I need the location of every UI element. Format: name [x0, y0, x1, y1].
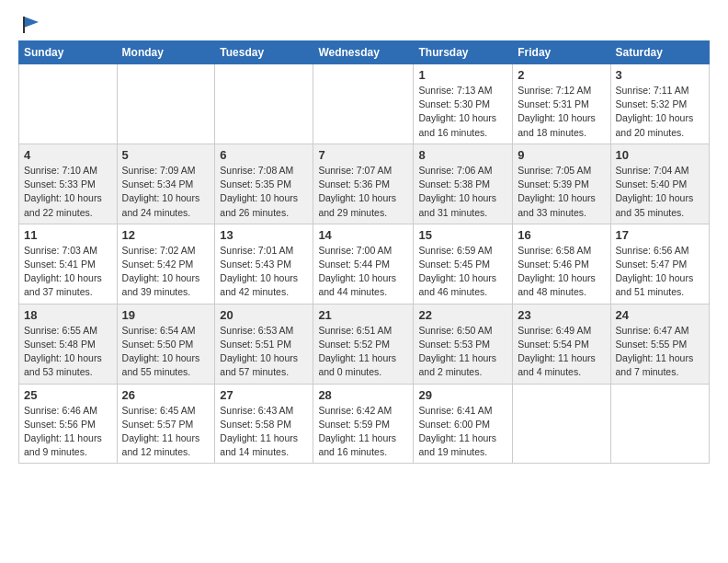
- day-number: 13: [220, 228, 308, 242]
- weekday-header-friday: Friday: [513, 41, 610, 64]
- day-info: Sunrise: 6:55 AM Sunset: 5:48 PM Dayligh…: [24, 324, 112, 380]
- calendar-cell: 26Sunrise: 6:45 AM Sunset: 5:57 PM Dayli…: [117, 384, 215, 464]
- day-number: 12: [122, 228, 210, 242]
- day-info: Sunrise: 6:53 AM Sunset: 5:51 PM Dayligh…: [220, 324, 308, 380]
- calendar-header: SundayMondayTuesdayWednesdayThursdayFrid…: [19, 41, 710, 64]
- day-number: 21: [318, 308, 408, 322]
- calendar-cell: 20Sunrise: 6:53 AM Sunset: 5:51 PM Dayli…: [215, 304, 313, 384]
- calendar-cell: 21Sunrise: 6:51 AM Sunset: 5:52 PM Dayli…: [313, 304, 414, 384]
- day-number: 25: [24, 388, 112, 402]
- calendar-cell: 22Sunrise: 6:50 AM Sunset: 5:53 PM Dayli…: [414, 304, 513, 384]
- calendar-cell: 11Sunrise: 7:03 AM Sunset: 5:41 PM Dayli…: [19, 224, 118, 304]
- day-number: 29: [418, 388, 507, 402]
- day-number: 3: [616, 68, 705, 82]
- day-info: Sunrise: 7:12 AM Sunset: 5:31 PM Dayligh…: [518, 84, 605, 140]
- day-info: Sunrise: 7:10 AM Sunset: 5:33 PM Dayligh…: [24, 164, 112, 220]
- svg-rect-1: [23, 17, 25, 33]
- weekday-header-sunday: Sunday: [19, 41, 118, 64]
- day-info: Sunrise: 6:49 AM Sunset: 5:54 PM Dayligh…: [518, 324, 605, 380]
- week-row-2: 4Sunrise: 7:10 AM Sunset: 5:33 PM Daylig…: [19, 144, 710, 224]
- day-info: Sunrise: 7:01 AM Sunset: 5:43 PM Dayligh…: [220, 244, 308, 300]
- day-number: 19: [122, 308, 210, 322]
- weekday-header-wednesday: Wednesday: [313, 41, 414, 64]
- day-info: Sunrise: 7:04 AM Sunset: 5:40 PM Dayligh…: [616, 164, 705, 220]
- calendar-cell: 27Sunrise: 6:43 AM Sunset: 5:58 PM Dayli…: [215, 384, 313, 464]
- calendar-table: SundayMondayTuesdayWednesdayThursdayFrid…: [18, 40, 710, 464]
- calendar-cell: 25Sunrise: 6:46 AM Sunset: 5:56 PM Dayli…: [19, 384, 118, 464]
- calendar-cell: 3Sunrise: 7:11 AM Sunset: 5:32 PM Daylig…: [610, 64, 710, 144]
- calendar-cell: 19Sunrise: 6:54 AM Sunset: 5:50 PM Dayli…: [117, 304, 215, 384]
- calendar-cell: 12Sunrise: 7:02 AM Sunset: 5:42 PM Dayli…: [117, 224, 215, 304]
- calendar-cell: 13Sunrise: 7:01 AM Sunset: 5:43 PM Dayli…: [215, 224, 313, 304]
- day-info: Sunrise: 7:13 AM Sunset: 5:30 PM Dayligh…: [418, 84, 507, 140]
- day-number: 17: [616, 228, 705, 242]
- day-info: Sunrise: 6:50 AM Sunset: 5:53 PM Dayligh…: [418, 324, 507, 380]
- day-number: 22: [418, 308, 507, 322]
- day-info: Sunrise: 7:11 AM Sunset: 5:32 PM Dayligh…: [616, 84, 705, 140]
- day-info: Sunrise: 6:45 AM Sunset: 5:57 PM Dayligh…: [122, 404, 210, 460]
- day-info: Sunrise: 7:00 AM Sunset: 5:44 PM Dayligh…: [318, 244, 408, 300]
- calendar-cell: 7Sunrise: 7:07 AM Sunset: 5:36 PM Daylig…: [313, 144, 414, 224]
- page-container: SundayMondayTuesdayWednesdayThursdayFrid…: [0, 0, 728, 473]
- day-info: Sunrise: 6:47 AM Sunset: 5:55 PM Dayligh…: [616, 324, 705, 380]
- day-number: 27: [220, 388, 308, 402]
- logo: [18, 15, 40, 35]
- calendar-cell: 10Sunrise: 7:04 AM Sunset: 5:40 PM Dayli…: [610, 144, 710, 224]
- day-info: Sunrise: 7:06 AM Sunset: 5:38 PM Dayligh…: [418, 164, 507, 220]
- calendar-cell: 24Sunrise: 6:47 AM Sunset: 5:55 PM Dayli…: [610, 304, 710, 384]
- day-info: Sunrise: 7:02 AM Sunset: 5:42 PM Dayligh…: [122, 244, 210, 300]
- calendar-cell: [215, 64, 313, 144]
- calendar-cell: 9Sunrise: 7:05 AM Sunset: 5:39 PM Daylig…: [513, 144, 610, 224]
- calendar-cell: 8Sunrise: 7:06 AM Sunset: 5:38 PM Daylig…: [414, 144, 513, 224]
- day-info: Sunrise: 6:59 AM Sunset: 5:45 PM Dayligh…: [418, 244, 507, 300]
- weekday-header-row: SundayMondayTuesdayWednesdayThursdayFrid…: [19, 41, 710, 64]
- day-number: 11: [24, 228, 112, 242]
- svg-marker-0: [24, 17, 39, 28]
- day-number: 7: [318, 148, 408, 162]
- day-info: Sunrise: 6:43 AM Sunset: 5:58 PM Dayligh…: [220, 404, 308, 460]
- logo-flag-icon: [20, 15, 40, 35]
- calendar-cell: 14Sunrise: 7:00 AM Sunset: 5:44 PM Dayli…: [313, 224, 414, 304]
- calendar-body: 1Sunrise: 7:13 AM Sunset: 5:30 PM Daylig…: [19, 64, 710, 464]
- calendar-cell: [313, 64, 414, 144]
- calendar-cell: 18Sunrise: 6:55 AM Sunset: 5:48 PM Dayli…: [19, 304, 118, 384]
- day-number: 8: [418, 148, 507, 162]
- calendar-cell: [19, 64, 118, 144]
- day-info: Sunrise: 6:54 AM Sunset: 5:50 PM Dayligh…: [122, 324, 210, 380]
- day-info: Sunrise: 7:08 AM Sunset: 5:35 PM Dayligh…: [220, 164, 308, 220]
- header: [18, 15, 710, 35]
- weekday-header-saturday: Saturday: [610, 41, 710, 64]
- day-number: 24: [616, 308, 705, 322]
- day-info: Sunrise: 6:56 AM Sunset: 5:47 PM Dayligh…: [616, 244, 705, 300]
- calendar-cell: 2Sunrise: 7:12 AM Sunset: 5:31 PM Daylig…: [513, 64, 610, 144]
- day-number: 5: [122, 148, 210, 162]
- calendar-cell: 29Sunrise: 6:41 AM Sunset: 6:00 PM Dayli…: [414, 384, 513, 464]
- week-row-1: 1Sunrise: 7:13 AM Sunset: 5:30 PM Daylig…: [19, 64, 710, 144]
- day-number: 28: [318, 388, 408, 402]
- calendar-cell: 4Sunrise: 7:10 AM Sunset: 5:33 PM Daylig…: [19, 144, 118, 224]
- calendar-cell: 1Sunrise: 7:13 AM Sunset: 5:30 PM Daylig…: [414, 64, 513, 144]
- calendar-cell: 16Sunrise: 6:58 AM Sunset: 5:46 PM Dayli…: [513, 224, 610, 304]
- week-row-4: 18Sunrise: 6:55 AM Sunset: 5:48 PM Dayli…: [19, 304, 710, 384]
- day-number: 6: [220, 148, 308, 162]
- calendar-cell: 23Sunrise: 6:49 AM Sunset: 5:54 PM Dayli…: [513, 304, 610, 384]
- day-number: 18: [24, 308, 112, 322]
- week-row-5: 25Sunrise: 6:46 AM Sunset: 5:56 PM Dayli…: [19, 384, 710, 464]
- weekday-header-tuesday: Tuesday: [215, 41, 313, 64]
- day-number: 16: [518, 228, 605, 242]
- day-number: 23: [518, 308, 605, 322]
- calendar-cell: 5Sunrise: 7:09 AM Sunset: 5:34 PM Daylig…: [117, 144, 215, 224]
- calendar-cell: [610, 384, 710, 464]
- day-number: 20: [220, 308, 308, 322]
- day-info: Sunrise: 6:51 AM Sunset: 5:52 PM Dayligh…: [318, 324, 408, 380]
- day-number: 4: [24, 148, 112, 162]
- calendar-cell: 15Sunrise: 6:59 AM Sunset: 5:45 PM Dayli…: [414, 224, 513, 304]
- day-info: Sunrise: 7:05 AM Sunset: 5:39 PM Dayligh…: [518, 164, 605, 220]
- weekday-header-thursday: Thursday: [414, 41, 513, 64]
- day-number: 1: [418, 68, 507, 82]
- day-number: 2: [518, 68, 605, 82]
- calendar-cell: 28Sunrise: 6:42 AM Sunset: 5:59 PM Dayli…: [313, 384, 414, 464]
- day-number: 9: [518, 148, 605, 162]
- day-number: 15: [418, 228, 507, 242]
- calendar-cell: 17Sunrise: 6:56 AM Sunset: 5:47 PM Dayli…: [610, 224, 710, 304]
